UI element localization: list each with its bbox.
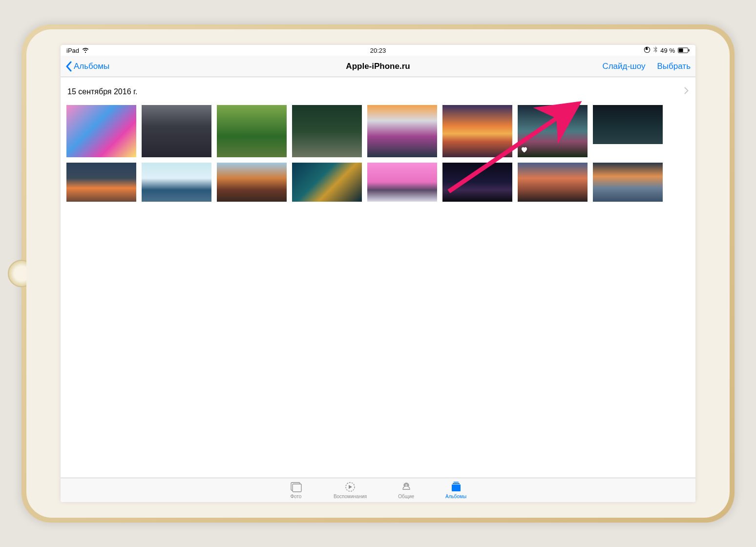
- photo-thumbnail[interactable]: [593, 163, 663, 202]
- photo-thumbnail[interactable]: [292, 163, 362, 202]
- photo-thumbnail[interactable]: [66, 163, 136, 202]
- photo-thumbnail[interactable]: [217, 163, 287, 202]
- favorite-icon: [521, 146, 528, 155]
- svg-rect-9: [454, 482, 459, 483]
- photo-thumbnail[interactable]: [442, 105, 512, 157]
- select-button[interactable]: Выбрать: [657, 62, 691, 71]
- photo-thumbnail[interactable]: [142, 105, 211, 157]
- status-bar: iPad 20:23 49 %: [61, 45, 695, 56]
- back-label: Альбомы: [74, 62, 109, 71]
- tab-label: Фото: [290, 494, 301, 499]
- photo-thumbnail[interactable]: [518, 163, 588, 202]
- photo-thumbnail[interactable]: [367, 105, 437, 157]
- tab-shared[interactable]: Общие: [398, 481, 414, 499]
- svg-rect-7: [452, 484, 461, 491]
- ipad-frame: iPad 20:23 49 %: [21, 24, 735, 523]
- slideshow-button[interactable]: Слайд-шоу: [602, 62, 645, 71]
- tab-memories[interactable]: Воспоминания: [334, 481, 367, 499]
- tab-albums[interactable]: Альбомы: [445, 481, 466, 499]
- screen: iPad 20:23 49 %: [61, 45, 695, 502]
- back-button[interactable]: Альбомы: [65, 61, 109, 72]
- photo-thumbnail[interactable]: [518, 105, 588, 157]
- rotation-lock-icon: [644, 46, 651, 55]
- tab-label: Альбомы: [445, 494, 466, 499]
- bluetooth-icon: [653, 46, 657, 54]
- photo-grid: [66, 105, 690, 202]
- photo-thumbnail[interactable]: [593, 105, 663, 144]
- clock: 20:23: [370, 47, 386, 54]
- photo-thumbnail[interactable]: [66, 105, 136, 157]
- battery-icon: [678, 47, 690, 53]
- tab-bar: Фото Воспоминания Общие Альбомы: [61, 478, 695, 502]
- device-label: iPad: [66, 47, 79, 54]
- tab-label: Общие: [398, 494, 414, 499]
- svg-rect-3: [689, 49, 690, 52]
- wifi-icon: [82, 47, 89, 54]
- photo-thumbnail[interactable]: [367, 163, 437, 202]
- photo-thumbnail[interactable]: [142, 163, 211, 202]
- photo-thumbnail[interactable]: [292, 105, 362, 157]
- page-title: Apple-iPhone.ru: [346, 62, 410, 71]
- svg-rect-2: [679, 48, 683, 52]
- photo-thumbnail[interactable]: [442, 163, 512, 202]
- tab-photos[interactable]: Фото: [290, 481, 302, 499]
- chevron-right-icon: [684, 87, 689, 96]
- navigation-bar: Альбомы Apple-iPhone.ru Слайд-шоу Выбрат…: [61, 56, 695, 77]
- svg-rect-5: [293, 484, 301, 492]
- section-header[interactable]: 15 сентября 2016 г.: [66, 87, 690, 105]
- svg-rect-8: [453, 483, 460, 484]
- photo-thumbnail[interactable]: [217, 105, 287, 157]
- battery-percent: 49 %: [660, 47, 675, 54]
- content-area: 15 сентября 2016 г.: [61, 77, 695, 478]
- section-date: 15 сентября 2016 г.: [67, 87, 137, 96]
- tab-label: Воспоминания: [334, 494, 367, 499]
